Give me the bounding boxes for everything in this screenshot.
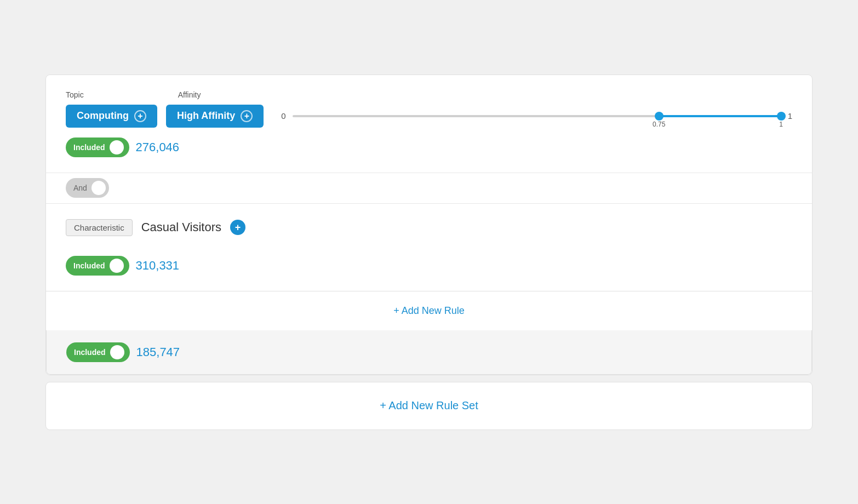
rule2-count: 310,331: [136, 259, 180, 273]
characteristic-value: Casual Visitors: [141, 220, 221, 234]
topic-label: Topic: [66, 90, 84, 99]
topic-plus-icon: +: [134, 110, 146, 122]
affinity-label: Affinity: [178, 90, 201, 99]
characteristic-row: Characteristic Casual Visitors +: [46, 204, 812, 236]
rule1-included-row: Included 276,046: [66, 138, 792, 157]
affinity-plus-icon: +: [241, 110, 253, 122]
and-divider-row: And: [46, 173, 812, 204]
slider-thumb-low[interactable]: [655, 112, 663, 121]
rule1-toggle-circle: [110, 140, 124, 154]
topic-button[interactable]: Computing +: [66, 105, 157, 128]
page-wrapper: Topic Affinity Computing + High Affinity…: [45, 75, 813, 430]
field-labels-row: Topic Affinity: [66, 90, 792, 99]
rule2-toggle-circle: [110, 259, 124, 273]
bottom-included-bar: Included 185,747: [46, 330, 812, 375]
and-label: And: [73, 184, 87, 192]
slider-fill: [659, 115, 781, 117]
bottom-count: 185,747: [136, 345, 180, 359]
rule-1-row: Topic Affinity Computing + High Affinity…: [46, 75, 812, 173]
characteristic-pill-row: Characteristic Casual Visitors +: [66, 219, 792, 236]
rule1-count: 276,046: [136, 140, 180, 154]
affinity-slider-area: 0 0.75 1 1: [281, 108, 792, 124]
and-toggle-circle: [91, 181, 106, 195]
slider-low-value: 0.75: [653, 121, 665, 128]
rule1-included-toggle[interactable]: Included: [66, 138, 129, 157]
slider-bg: 0.75 1: [293, 115, 781, 117]
bottom-included-toggle[interactable]: Included: [66, 342, 130, 362]
affinity-button[interactable]: High Affinity +: [166, 105, 264, 128]
rule-2-section: Characteristic Casual Visitors + Include…: [46, 204, 812, 291]
rule2-included-section: Included 310,331: [46, 236, 812, 291]
slider-min-label: 0: [281, 111, 285, 121]
slider-track[interactable]: 0.75 1: [293, 108, 781, 124]
bottom-included-label: Included: [74, 348, 106, 357]
add-rule-set-button[interactable]: + Add New Rule Set: [380, 399, 478, 412]
characteristic-tag: Characteristic: [66, 219, 133, 236]
slider-thumb-high[interactable]: [777, 112, 786, 121]
slider-max-label: 1: [788, 111, 792, 121]
slider-high-value: 1: [779, 121, 783, 128]
rule2-included-row: Included 310,331: [66, 256, 792, 276]
add-new-rule-section: + Add New Rule: [46, 291, 812, 330]
rule1-included-label: Included: [73, 143, 105, 152]
add-new-rule-button[interactable]: + Add New Rule: [393, 305, 465, 317]
rule-set-card: Topic Affinity Computing + High Affinity…: [45, 75, 813, 375]
bottom-toggle-circle: [110, 345, 124, 359]
add-rule-set-card[interactable]: + Add New Rule Set: [45, 382, 813, 430]
rule2-included-label: Included: [73, 261, 105, 270]
and-toggle[interactable]: And: [66, 178, 109, 198]
characteristic-add-icon[interactable]: +: [230, 220, 245, 235]
rule2-included-toggle[interactable]: Included: [66, 256, 129, 276]
